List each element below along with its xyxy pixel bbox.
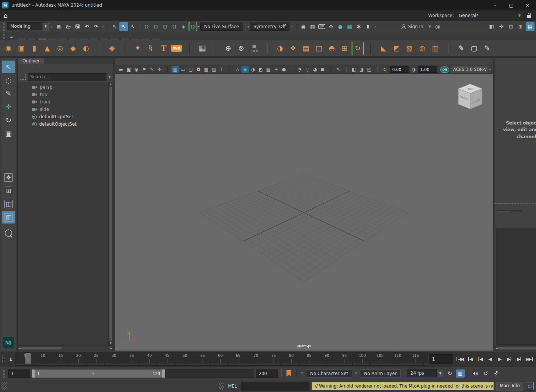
playback-range[interactable]: 1 120 — [32, 369, 165, 378]
go-to-start-button[interactable]: ◀◀ — [455, 354, 465, 364]
smooth-button[interactable]: ↻ — [352, 42, 364, 55]
toolbar-grip[interactable] — [3, 23, 6, 31]
redo-button[interactable]: ↷ — [92, 22, 101, 31]
four-pane-layout-button[interactable]: ⊞ — [2, 184, 15, 197]
symmetry-field[interactable]: Symmetry: Off — [250, 23, 289, 31]
character-controls-toggle[interactable]: ✛ — [497, 22, 506, 31]
snap-to-grid-button[interactable]: Ω — [142, 22, 151, 31]
poly-helix-button[interactable]: § — [145, 42, 157, 55]
chevron-small-icon[interactable]: ▾ — [489, 68, 491, 71]
command-result-warning[interactable]: // Warning: Arnold renderer not loaded. … — [312, 382, 494, 390]
scroll-down-icon[interactable]: ▼ — [110, 341, 112, 345]
shelf-tab-sculpting[interactable] — [48, 38, 57, 40]
minimize-button[interactable]: – — [492, 3, 498, 8]
shaded-mode-button[interactable]: ◆ — [241, 66, 249, 73]
channel-box-toggle[interactable]: ▤ — [526, 22, 535, 31]
select-by-object-button[interactable]: ↖ — [119, 22, 128, 31]
gamma-field[interactable] — [418, 66, 437, 73]
cached-playback-toggle[interactable]: ▦ — [456, 369, 465, 378]
shelf-tab-rigging[interactable] — [68, 38, 78, 40]
poly-text-button[interactable]: T — [157, 42, 170, 55]
move-pivot-icon[interactable]: ✛ — [156, 66, 163, 73]
range-slider-grip[interactable] — [3, 369, 6, 378]
render-settings-button[interactable]: ⚙ — [327, 22, 336, 31]
poly-sphere-button[interactable]: ◉ — [2, 42, 14, 55]
auto-keyframe-toggle[interactable] — [492, 369, 501, 378]
close-button[interactable]: ✕ — [524, 3, 531, 8]
fps-selector[interactable]: 24 fps ▼ — [407, 369, 444, 378]
shelf-tab-motion-graphics[interactable] — [151, 38, 161, 40]
section-collapse-icon[interactable]: › — [290, 24, 294, 29]
poly-super-shape-button[interactable]: ✦ — [132, 42, 144, 55]
resolution-gate-toggle[interactable]: ▢ — [187, 66, 194, 73]
camera-icon[interactable]: ▬ — [117, 66, 125, 73]
outliner-item-side[interactable]: side — [18, 106, 113, 113]
create-curve-button[interactable]: ✎ — [455, 42, 467, 55]
character-set-selector[interactable]: No Character Set — [306, 369, 352, 378]
chevron-small-icon[interactable]: ▾ — [247, 25, 249, 28]
more-info-button[interactable]: More Info — [496, 382, 523, 391]
search-input[interactable] — [28, 73, 106, 81]
grid-toggle[interactable]: ▦ — [172, 66, 179, 73]
loop-playback-icon[interactable]: ↻ — [445, 369, 454, 378]
field-chart-toggle[interactable]: ▩ — [203, 66, 210, 73]
mute-audio-icon[interactable] — [471, 369, 480, 378]
home-icon[interactable]: ⌂ — [4, 13, 8, 19]
bookmark-icon[interactable]: ⚑ — [140, 66, 148, 73]
hypershade-button[interactable]: ● — [336, 22, 345, 31]
shelf-collapse-icon[interactable]: ▬ — [10, 35, 13, 39]
isolate-select-toggle[interactable]: ◼ — [319, 66, 326, 73]
new-scene-button[interactable]: 🗎 — [55, 22, 64, 31]
gamma-icon[interactable]: ◑ — [411, 66, 417, 73]
outliner-item-top[interactable]: top — [18, 91, 113, 98]
bridge-button[interactable]: ▧ — [403, 42, 415, 55]
shelf-tab-curves[interactable] — [17, 38, 26, 40]
film-gate-toggle[interactable]: ▭ — [179, 66, 187, 73]
web-browser-icon[interactable]: ◎ — [433, 22, 442, 31]
viewport-select-icon[interactable]: ↖ — [335, 66, 342, 73]
camera-settings-icon[interactable]: ◉ — [133, 66, 140, 73]
bevel-button[interactable]: ◩ — [390, 42, 403, 55]
safe-action-toggle[interactable]: ▥ — [210, 66, 218, 73]
sign-in-button[interactable]: Sign In ▼ — [400, 24, 432, 29]
time-slider-grip[interactable] — [2, 355, 5, 363]
select-tool[interactable]: ↖ — [2, 61, 15, 73]
zoom-tool[interactable]: ◯ — [2, 226, 15, 239]
section-collapse-icon[interactable]: › — [101, 24, 105, 29]
quad-draw-button[interactable]: ▥ — [429, 42, 441, 55]
shelf-tab-xgen[interactable] — [130, 38, 140, 40]
go-to-end-button[interactable]: ▶▶ — [525, 354, 535, 364]
maximize-button[interactable]: ▢ — [508, 3, 515, 8]
sn ap-to-point-button[interactable]: Ω — [161, 22, 170, 31]
ipr-render-button[interactable]: IPR — [318, 22, 326, 31]
chevron-down-icon[interactable]: ▼ — [108, 75, 111, 79]
scroll-left-icon[interactable]: ◀ — [18, 347, 20, 350]
command-language-toggle[interactable]: MEL — [226, 384, 239, 389]
play-backwards-button[interactable]: ◀ — [485, 354, 495, 364]
checker-toggle[interactable]: ▦ — [265, 66, 272, 73]
pause-viewport-button[interactable]: Ⅱ — [364, 22, 373, 31]
create-bookmark-icon[interactable] — [286, 370, 291, 376]
shelf-tab-mash[interactable] — [141, 38, 150, 40]
scrollbar-thumb[interactable] — [21, 347, 62, 350]
command-line-expand-grip[interactable] — [219, 382, 224, 390]
anim-layer-selector[interactable]: No Anim Layer — [360, 369, 401, 378]
extrude-button[interactable]: ◣ — [377, 42, 390, 55]
sweep-mesh-button[interactable]: ▦ — [196, 42, 208, 55]
snap-to-projected-center-button[interactable]: Ω — [170, 22, 179, 31]
command-input[interactable] — [241, 382, 309, 391]
attribute-editor-toggle[interactable]: ⊟ — [506, 22, 515, 31]
color-management-toggle[interactable]: ON — [440, 67, 449, 73]
select-by-hierarchy-button[interactable]: ↖ — [110, 22, 119, 31]
render-current-frame-button[interactable]: ▥ — [308, 22, 317, 31]
camera-lock-icon[interactable]: ◙ — [125, 66, 132, 73]
isolate-view-icon[interactable]: ◰ — [366, 66, 373, 73]
shelf-tab-custom[interactable] — [120, 38, 130, 40]
poly-torus-button[interactable]: ◎ — [54, 42, 66, 55]
chevron-outline-icon[interactable]: ▽ — [300, 372, 305, 375]
viewport-canvas[interactable]: TOP FRONT RIGHT y x z — [115, 74, 493, 351]
combine-button[interactable]: ◑ — [274, 42, 286, 55]
range-start-handle[interactable] — [32, 369, 35, 378]
shelf-tab-uv-editing[interactable] — [58, 38, 68, 40]
scroll-right-icon[interactable]: ▶ — [111, 347, 112, 350]
